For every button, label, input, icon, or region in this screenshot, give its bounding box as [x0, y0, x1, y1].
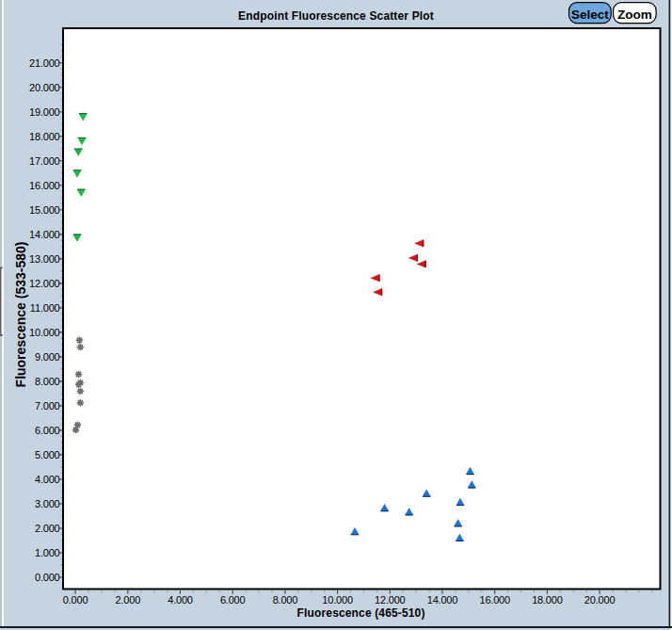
svg-text:17.000: 17.000 — [29, 155, 60, 167]
svg-text:13.000: 13.000 — [29, 253, 60, 265]
svg-text:Endpoint Fluorescence Scatter: Endpoint Fluorescence Scatter Plot — [238, 9, 434, 23]
svg-text:0.000: 0.000 — [35, 572, 60, 583]
svg-text:7.000: 7.000 — [35, 400, 60, 412]
svg-text:12.000: 12.000 — [29, 278, 60, 289]
svg-text:2.000: 2.000 — [116, 594, 141, 606]
svg-text:18.000: 18.000 — [532, 594, 563, 606]
svg-text:20.000: 20.000 — [584, 594, 616, 606]
svg-text:4.000: 4.000 — [168, 594, 193, 606]
svg-text:6.000: 6.000 — [220, 594, 246, 606]
svg-text:18.000: 18.000 — [29, 131, 60, 142]
svg-text:14.000: 14.000 — [427, 594, 458, 606]
svg-text:3.000: 3.000 — [35, 498, 60, 509]
svg-text:16.000: 16.000 — [479, 594, 510, 606]
svg-text:4.000: 4.000 — [35, 474, 60, 485]
svg-text:Fluorescence (533-580): Fluorescence (533-580) — [13, 242, 28, 388]
svg-text:1.000: 1.000 — [35, 547, 60, 558]
svg-text:6.000: 6.000 — [35, 425, 60, 436]
svg-text:Fluorescence (465-510): Fluorescence (465-510) — [297, 606, 425, 620]
svg-text:2.000: 2.000 — [35, 523, 60, 534]
svg-text:10.000: 10.000 — [29, 327, 60, 338]
svg-text:12.000: 12.000 — [375, 594, 406, 606]
svg-text:16.000: 16.000 — [29, 180, 60, 191]
svg-text:Zoom: Zoom — [617, 8, 652, 22]
svg-text:9.000: 9.000 — [35, 351, 60, 363]
svg-text:0.000: 0.000 — [63, 594, 88, 606]
svg-text:14.000: 14.000 — [29, 229, 60, 240]
svg-text:5.000: 5.000 — [35, 449, 60, 460]
svg-text:11.000: 11.000 — [30, 302, 60, 314]
svg-text:8.000: 8.000 — [273, 594, 298, 606]
svg-text:21.000: 21.000 — [29, 57, 60, 69]
svg-text:8.000: 8.000 — [35, 376, 60, 387]
svg-text:10.000: 10.000 — [322, 594, 353, 606]
svg-text:Select: Select — [571, 8, 609, 22]
svg-text:15.000: 15.000 — [29, 204, 60, 216]
svg-text:19.000: 19.000 — [29, 106, 60, 118]
svg-text:20.000: 20.000 — [29, 82, 60, 93]
